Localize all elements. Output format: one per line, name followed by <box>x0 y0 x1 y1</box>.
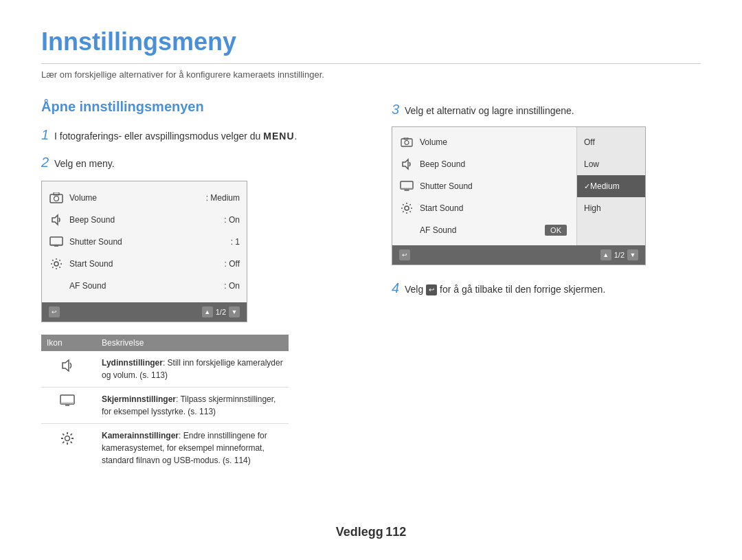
svg-rect-10 <box>60 402 74 404</box>
table-row-camera: Kamerainnstillinger: Endre innstillingen… <box>41 424 289 472</box>
sound-icon <box>49 212 64 227</box>
start-value: : Off <box>225 259 240 269</box>
screen-table-title: Skjerminnstillinger <box>102 394 176 404</box>
svg-rect-13 <box>401 139 412 146</box>
step2: 2 Velg en meny. <box>41 152 350 172</box>
right-menu-box: Volume Beep Sound <box>392 126 646 265</box>
right-start-label: Start Sound <box>420 203 463 213</box>
step1: 1 I fotograferings- eller avspillingsmod… <box>41 124 350 145</box>
table-row-sound: Lydinnstillinger: Still inn forskjellige… <box>41 351 289 388</box>
page-indicator: ▲ 1/2 ▼ <box>202 306 240 317</box>
step3-num: 3 <box>392 102 399 117</box>
right-page-indicator: ▲ 1/2 ▼ <box>600 249 638 260</box>
right-menu-labels: Volume Beep Sound <box>392 127 576 245</box>
right-shutter-label: Shutter Sound <box>420 181 473 191</box>
menu-row-beep: Beep Sound : On <box>42 209 247 231</box>
shutter-value: : 1 <box>231 237 240 247</box>
right-up-arrow[interactable]: ▲ <box>600 249 611 260</box>
section-title: Åpne innstillingsmenyen <box>41 99 350 115</box>
right-row-af: AF Sound OK <box>392 219 576 241</box>
menu-row-volume: Volume : Medium <box>42 187 247 209</box>
menu-row-shutter: Shutter Sound : 1 <box>42 231 247 253</box>
right-beep-label: Beep Sound <box>420 159 465 169</box>
svg-rect-18 <box>401 188 413 189</box>
page-title: Innstillingsmeny <box>41 27 701 64</box>
menu-row-af: AF Sound : On <box>42 275 247 297</box>
right-gear-icon <box>399 201 414 216</box>
step3: 3 Velg et alternativ og lagre innstillin… <box>392 99 701 120</box>
beep-label: Beep Sound <box>69 215 218 225</box>
page-footer: Vedlegg 112 <box>0 525 742 539</box>
back-arrow[interactable]: ↩ <box>49 306 60 317</box>
up-arrow[interactable]: ▲ <box>202 306 213 317</box>
right-volume-label: Volume <box>420 137 447 147</box>
af-icon <box>49 278 64 293</box>
page-subtitle: Lær om forskjellige alternativer for å k… <box>41 69 701 80</box>
screen-icon <box>49 234 64 249</box>
menu-keyword: MENU <box>263 131 294 142</box>
svg-marker-16 <box>403 159 408 169</box>
step2-num: 2 <box>41 155 49 170</box>
volume-label: Volume <box>69 193 201 203</box>
shutter-label: Shutter Sound <box>69 237 225 247</box>
sound-table-title: Lydinnstillinger <box>102 358 163 368</box>
left-menu-box: Volume : Medium Beep Sound : On <box>41 181 247 322</box>
option-low[interactable]: Low <box>577 153 645 175</box>
svg-marker-8 <box>63 360 69 371</box>
step1-text: I fotograferings- eller avspillingsmodus… <box>54 131 260 142</box>
menu-row-start: Start Sound : Off <box>42 253 247 275</box>
icon-table-header: Ikon Beskrivelse <box>41 335 289 351</box>
gear-icon <box>49 256 64 271</box>
screen-table-icon <box>47 393 88 407</box>
table-row-screen: Skjerminnstillinger: Tilpass skjerminnst… <box>41 388 289 424</box>
step3-text: Velg et alternativ og lagre innstillinge… <box>405 105 574 116</box>
svg-point-20 <box>405 206 409 210</box>
sound-table-desc: Lydinnstillinger: Still inn forskjellige… <box>102 357 283 381</box>
right-down-arrow[interactable]: ▼ <box>627 249 638 260</box>
step2-text: Velg en meny. <box>54 158 115 169</box>
camera-icon <box>49 190 64 205</box>
right-column: 3 Velg et alternativ og lagre innstillin… <box>392 99 701 298</box>
beep-value: : On <box>224 215 240 225</box>
right-af-icon <box>399 223 414 238</box>
right-af-label: AF Sound <box>420 225 456 235</box>
svg-point-2 <box>54 197 59 201</box>
volume-value: : Medium <box>206 193 240 203</box>
svg-marker-3 <box>52 215 58 225</box>
right-menu-footer: ↩ ▲ 1/2 ▼ <box>392 245 645 265</box>
right-menu-options: Off Low Medium High <box>576 127 645 245</box>
right-sound-icon <box>399 157 414 172</box>
footer-label: Vedlegg <box>336 525 383 539</box>
right-screen-icon <box>399 179 414 194</box>
camera-table-title: Kamerainnstillinger <box>102 431 179 440</box>
right-row-start: Start Sound <box>392 197 576 219</box>
right-row-volume: Volume <box>392 131 576 153</box>
back-icon: ↩ <box>426 284 437 295</box>
right-row-beep: Beep Sound <box>392 153 576 175</box>
option-medium[interactable]: Medium <box>577 175 645 197</box>
step4: 4 Velg ↩ for å gå tilbake til den forrig… <box>392 278 701 298</box>
down-arrow[interactable]: ▼ <box>229 306 240 317</box>
svg-point-15 <box>405 141 409 145</box>
svg-rect-5 <box>50 244 63 245</box>
af-value: : On <box>224 281 240 291</box>
svg-point-7 <box>54 262 58 266</box>
af-label: AF Sound <box>69 281 218 291</box>
ok-button[interactable]: OK <box>545 225 567 236</box>
camera-table-desc: Kamerainnstillinger: Endre innstillingen… <box>102 429 283 467</box>
icon-table: Ikon Beskrivelse Lydinnstillinger: Still… <box>41 335 289 472</box>
right-camera-icon <box>399 135 414 150</box>
footer-page-num: 112 <box>385 525 406 539</box>
svg-rect-0 <box>50 194 63 203</box>
left-column: Åpne innstillingsmenyen 1 I fotograferin… <box>41 99 350 472</box>
right-page-num: 1/2 <box>614 251 625 259</box>
step4-text-pre: Velg <box>405 284 423 295</box>
col-desc-header: Beskrivelse <box>102 338 283 348</box>
sound-table-icon <box>47 357 88 373</box>
right-back-arrow[interactable]: ↩ <box>399 249 410 260</box>
option-off[interactable]: Off <box>577 131 645 153</box>
screen-table-desc: Skjerminnstillinger: Tilpass skjerminnst… <box>102 393 283 418</box>
option-high[interactable]: High <box>577 197 645 219</box>
start-label: Start Sound <box>69 259 219 269</box>
gear-table-icon <box>47 429 88 446</box>
